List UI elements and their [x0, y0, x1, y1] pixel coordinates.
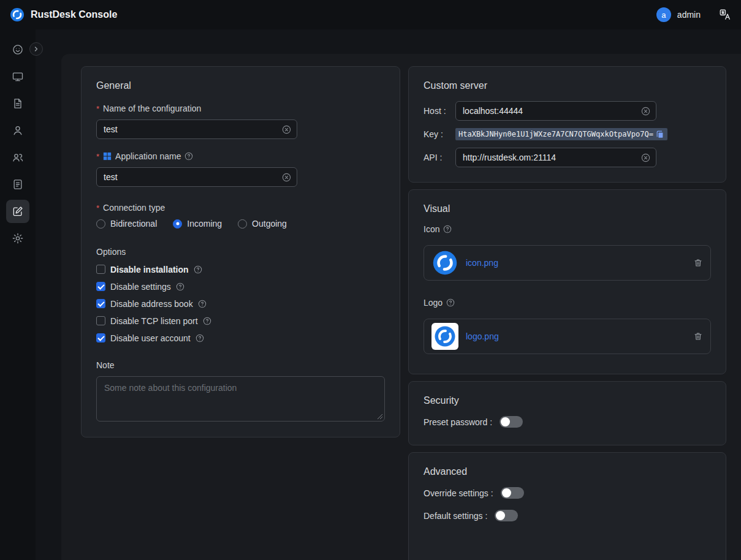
help-icon[interactable] — [176, 282, 184, 291]
checkbox-disable-installation[interactable]: Disable installation — [96, 263, 385, 276]
checkbox-icon-checked[interactable] — [96, 333, 105, 342]
api-input-wrap — [455, 148, 656, 167]
help-icon[interactable] — [184, 152, 193, 161]
help-icon[interactable] — [203, 317, 211, 325]
visual-card: Visual Icon icon.png Logo logo.png — [408, 189, 726, 374]
help-icon[interactable] — [198, 300, 207, 308]
connection-type-label: * Connection type — [96, 203, 385, 213]
sidebar-item-users[interactable] — [6, 119, 29, 142]
logo-label: Logo — [424, 298, 711, 308]
required-marker: * — [96, 105, 99, 113]
host-row: Host : — [424, 101, 711, 121]
checkbox-disable-settings[interactable]: Disable settings — [96, 280, 385, 293]
sidebar-item-settings[interactable] — [6, 227, 29, 250]
avatar[interactable]: a — [656, 7, 671, 22]
radio-icon-selected[interactable] — [173, 219, 182, 229]
chevron-right-icon — [32, 45, 40, 53]
checkbox-icon-checked[interactable] — [96, 299, 105, 308]
general-card: General * Name of the configuration * Ap… — [81, 66, 400, 437]
icon-file-row: icon.png — [424, 245, 711, 281]
sidebar-item-documents[interactable] — [6, 92, 29, 115]
advanced-title: Advanced — [424, 466, 711, 477]
sidebar-item-groups[interactable] — [6, 146, 29, 169]
icon-label: Icon — [424, 224, 711, 234]
name-input[interactable] — [102, 124, 278, 135]
key-row: Key : HtaXBkJNHyn0e1U1jWXze7A7CN7QTGWqxk… — [424, 128, 711, 140]
radio-icon[interactable] — [238, 219, 247, 229]
checkbox-icon[interactable] — [96, 316, 105, 325]
header-right: a admin — [656, 7, 731, 22]
host-input-wrap — [455, 101, 656, 121]
clear-icon[interactable] — [282, 125, 291, 134]
user-name[interactable]: admin — [677, 10, 701, 20]
icon-thumbnail — [431, 249, 458, 276]
checkbox-icon[interactable] — [96, 265, 105, 274]
radio-incoming[interactable]: Incoming — [173, 219, 222, 229]
clear-icon[interactable] — [641, 107, 650, 116]
custom-server-card: Custom server Host : Key : HtaXBkJNHyn0e… — [408, 66, 726, 183]
help-icon[interactable] — [196, 334, 204, 342]
copy-icon[interactable] — [656, 130, 664, 138]
sidebar-item-logs[interactable] — [6, 173, 29, 196]
content-panel: General * Name of the configuration * Ap… — [61, 54, 741, 560]
sidebar — [0, 29, 36, 560]
logo-file-link[interactable]: logo.png — [466, 331, 686, 341]
document-icon — [12, 97, 24, 110]
security-card: Security Preset password : — [408, 381, 726, 445]
monitor-icon — [12, 70, 24, 83]
user-icon — [12, 124, 24, 137]
api-input[interactable] — [462, 152, 637, 163]
sidebar-item-custom-clients[interactable] — [6, 200, 29, 223]
application-name-input-wrap — [96, 167, 297, 187]
advanced-card: Advanced Override settings : Default set… — [408, 452, 726, 560]
preset-password-label: Preset password : — [424, 417, 492, 427]
sidebar-item-status[interactable] — [6, 38, 29, 61]
help-icon[interactable] — [443, 225, 452, 233]
gear-icon — [12, 232, 24, 244]
translate-icon[interactable] — [719, 9, 731, 21]
help-icon[interactable] — [446, 298, 455, 307]
brand: RustDesk Console — [10, 7, 117, 22]
application-name-label: * Application name — [96, 151, 385, 161]
radio-outgoing[interactable]: Outgoing — [238, 219, 287, 229]
journal-icon — [12, 178, 24, 191]
general-title: General — [96, 80, 385, 91]
clear-icon[interactable] — [282, 173, 291, 182]
sidebar-item-devices[interactable] — [6, 65, 29, 88]
key-value-wrap[interactable]: HtaXBkJNHyn0e1U1jWXze7A7CN7QTGWqxkOtpaVp… — [455, 128, 667, 140]
top-bar: RustDesk Console a admin — [0, 0, 741, 29]
checkbox-icon-checked[interactable] — [96, 282, 105, 291]
override-settings-label: Override settings : — [424, 488, 493, 498]
name-field-label: * Name of the configuration — [96, 104, 385, 113]
options-label: Options — [96, 247, 385, 257]
checkbox-disable-user-account[interactable]: Disable user account — [96, 331, 385, 344]
override-settings-toggle[interactable] — [501, 487, 524, 499]
host-input[interactable] — [462, 105, 637, 116]
sidebar-expand-button[interactable] — [29, 42, 43, 56]
help-icon[interactable] — [194, 265, 202, 274]
note-textarea[interactable] — [96, 376, 385, 422]
default-settings-row: Default settings : — [424, 510, 711, 521]
icon-file-link[interactable]: icon.png — [466, 258, 686, 268]
checkbox-disable-tcp-listen-port[interactable]: Disable TCP listen port — [96, 314, 385, 327]
trash-icon[interactable] — [693, 331, 703, 341]
default-settings-toggle[interactable] — [495, 510, 518, 521]
connection-type-radio-group: Bidirectional Incoming Outgoing — [96, 219, 385, 229]
trash-icon[interactable] — [693, 258, 703, 268]
radio-bidirectional[interactable]: Bidirectional — [96, 219, 157, 229]
application-name-input[interactable] — [102, 172, 278, 183]
required-marker: * — [96, 153, 99, 161]
key-value[interactable]: HtaXBkJNHyn0e1U1jWXze7A7CN7QTGWqxkOtpaVp… — [458, 130, 653, 138]
checkbox-disable-address-book[interactable]: Disable address book — [96, 297, 385, 310]
logo-file-row: logo.png — [424, 319, 711, 354]
api-label: API : — [424, 153, 455, 162]
note-label: Note — [96, 360, 385, 370]
clear-icon[interactable] — [641, 153, 650, 162]
custom-server-title: Custom server — [424, 80, 711, 91]
visual-title: Visual — [424, 203, 711, 214]
preset-password-toggle[interactable] — [500, 416, 523, 428]
radio-icon[interactable] — [96, 219, 105, 229]
required-marker: * — [96, 204, 99, 212]
host-label: Host : — [424, 106, 455, 116]
smile-icon — [12, 44, 24, 56]
